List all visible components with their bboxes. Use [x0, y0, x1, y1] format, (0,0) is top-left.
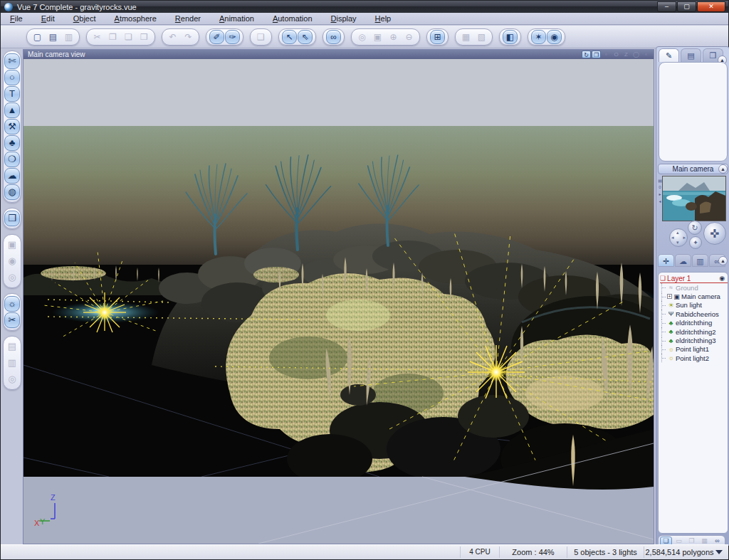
- camera-move-button[interactable]: ✜: [703, 222, 726, 245]
- layer-item-label: Main camera: [681, 292, 720, 300]
- axis-x-label: X: [34, 519, 40, 527]
- terrain-tool[interactable]: ▲: [4, 102, 20, 118]
- film-tool[interactable]: ▤: [4, 339, 20, 354]
- minimize-button[interactable]: –: [657, 1, 676, 12]
- rock-tool[interactable]: ⚒: [4, 119, 20, 134]
- layer-icon: ❏: [660, 275, 666, 282]
- sky: [23, 59, 654, 126]
- render-object-button[interactable]: ▧: [474, 30, 489, 44]
- render-stack-tab[interactable]: ▥: [692, 254, 708, 267]
- cut-button[interactable]: ✂: [90, 30, 105, 44]
- layer-item-label: eldritchthing3: [676, 337, 716, 344]
- sync-view-button[interactable]: ↻: [582, 51, 591, 58]
- menu-item[interactable]: Render: [166, 13, 210, 25]
- cpu-count: 4 CPU: [460, 546, 499, 558]
- stone-tool[interactable]: ❍: [4, 152, 20, 167]
- collapse-camera-button[interactable]: ▲: [718, 164, 728, 174]
- render-display-button[interactable]: ◉: [547, 30, 562, 44]
- smart-drop-button[interactable]: ✐: [209, 30, 224, 44]
- polygon-dropdown-arrow[interactable]: [715, 550, 723, 554]
- quad-view-button[interactable]: ⊞: [430, 30, 445, 44]
- viewport-scene[interactable]: Z Y X: [23, 59, 654, 544]
- plant-tool[interactable]: ♣: [4, 135, 20, 151]
- cloud-tool[interactable]: ☁: [4, 168, 20, 184]
- point-light-tool[interactable]: ☼: [4, 296, 20, 312]
- redo-button[interactable]: ↷: [181, 30, 196, 44]
- zoom-region-button[interactable]: ◎: [355, 30, 369, 44]
- menu-item[interactable]: Edit: [32, 13, 64, 25]
- cutout-tool[interactable]: ✂: [4, 312, 20, 328]
- camera-control-tab[interactable]: ✛: [658, 254, 674, 267]
- object-count: 5 objects - 3 lights: [567, 546, 644, 558]
- menu-item[interactable]: Display: [322, 13, 366, 25]
- link-tool[interactable]: ◎: [4, 371, 20, 387]
- menu-item[interactable]: Help: [366, 13, 401, 25]
- open-file-button[interactable]: ▤: [46, 30, 61, 44]
- zoom-out-button[interactable]: ⊖: [402, 30, 416, 44]
- layer-item-sun-light[interactable]: ☀ Sun light: [660, 301, 728, 310]
- sphere-primitive-tool[interactable]: ○: [4, 70, 20, 85]
- app-window: Vue 7 Complete - gravityrocks.vue – ▢ ✕ …: [0, 0, 729, 560]
- menu-item[interactable]: File: [1, 13, 32, 25]
- select-tool-button[interactable]: ↖: [282, 30, 297, 44]
- search-object-tool[interactable]: ◎: [4, 270, 20, 285]
- layer-item-eldritchthing2[interactable]: ♣ eldritchthing2: [660, 327, 728, 336]
- atmosphere-tab[interactable]: ☁: [675, 254, 691, 267]
- maximize-button[interactable]: ▢: [677, 1, 696, 12]
- main-camera-viewport[interactable]: Main camera view ↻❐▫OZ◯▫: [23, 49, 654, 544]
- display-options-button[interactable]: ∞: [326, 30, 341, 44]
- expand-toggle[interactable]: +: [667, 294, 672, 299]
- boolean-object-tool[interactable]: ❒: [4, 211, 20, 226]
- layer-item-rabidcheerios[interactable]: Ψ Rabidcheerios: [660, 310, 728, 318]
- layer-item-label: Rabidcheerios: [676, 310, 719, 318]
- right-panel: ✎▤❒ ▲ Main camera ▲ ▤0▸◂ ▴ ▾ ◂: [656, 46, 729, 546]
- drop-object-button[interactable]: ✑: [225, 30, 240, 44]
- zoom-fit-button[interactable]: ▣: [370, 30, 385, 44]
- render-scene-button[interactable]: ◧: [503, 30, 518, 44]
- copy-button[interactable]: ❐: [105, 30, 120, 44]
- menu-item[interactable]: Atmosphere: [105, 13, 166, 25]
- pick-object-button[interactable]: ⇖: [298, 30, 313, 44]
- function-tab[interactable]: ▤: [681, 48, 701, 62]
- title-bar: Vue 7 Complete - gravityrocks.vue – ▢ ✕: [1, 1, 728, 13]
- paste-into-button[interactable]: ❒: [137, 30, 152, 44]
- top-view-button[interactable]: ▫: [602, 51, 611, 58]
- camera-flip-button[interactable]: ✦: [689, 236, 702, 249]
- camera-rotate-button[interactable]: ↻: [688, 221, 702, 235]
- layer-item-main-camera[interactable]: + ▣ Main camera: [660, 292, 728, 300]
- new-file-button[interactable]: ▢: [30, 30, 45, 44]
- origin-view-button[interactable]: O: [612, 51, 621, 58]
- rotate-view-button[interactable]: ◯: [631, 51, 641, 58]
- layer-header[interactable]: ❏ Layer 1 ◉: [660, 274, 728, 283]
- zoom-view-button[interactable]: Z: [622, 51, 631, 58]
- render-options-button[interactable]: ✶: [531, 30, 546, 44]
- camera-dpad[interactable]: ▴ ▾ ◂ ▸: [669, 228, 688, 247]
- close-button[interactable]: ✕: [697, 1, 725, 12]
- zoom-in-button[interactable]: ⊕: [386, 30, 401, 44]
- animation-tool[interactable]: ▥: [4, 355, 20, 371]
- axis-z-label: Z: [51, 493, 56, 502]
- undo-button[interactable]: ↶: [165, 30, 180, 44]
- paste-button[interactable]: ❏: [121, 30, 136, 44]
- expand-view-button[interactable]: ❐: [592, 51, 601, 58]
- camera-tool[interactable]: ▣: [4, 237, 20, 253]
- text-object-tool[interactable]: T: [4, 86, 20, 102]
- menu-item[interactable]: Animation: [210, 13, 263, 25]
- lock-view-button[interactable]: ▫: [641, 51, 651, 58]
- layer-item-ground[interactable]: ≈ Ground: [660, 283, 728, 292]
- save-button[interactable]: ▥: [61, 30, 76, 44]
- duplicate-button[interactable]: ❑: [253, 30, 268, 44]
- collapse-tabs-button[interactable]: ▲: [718, 256, 728, 265]
- render-area-button[interactable]: ▦: [458, 30, 473, 44]
- menu-item[interactable]: Automation: [263, 13, 322, 25]
- layer-item-point-light1[interactable]: ☼ Point light1: [660, 345, 728, 354]
- spotlight-tool[interactable]: ◉: [4, 253, 20, 269]
- scatter-tool[interactable]: ✄: [4, 53, 20, 69]
- menu-item[interactable]: Object: [64, 13, 105, 25]
- layer-item-eldritchthing3[interactable]: ♣ eldritchthing3: [660, 336, 728, 344]
- planet-tool[interactable]: ◍: [4, 184, 20, 200]
- material-tab[interactable]: ✎: [659, 48, 679, 62]
- layer-item-point-light2[interactable]: ☼ Point light2: [660, 354, 728, 362]
- layer-visibility-icon[interactable]: ◉: [719, 275, 725, 282]
- layer-item-eldritchthing[interactable]: ♣ eldritchthing: [660, 319, 728, 327]
